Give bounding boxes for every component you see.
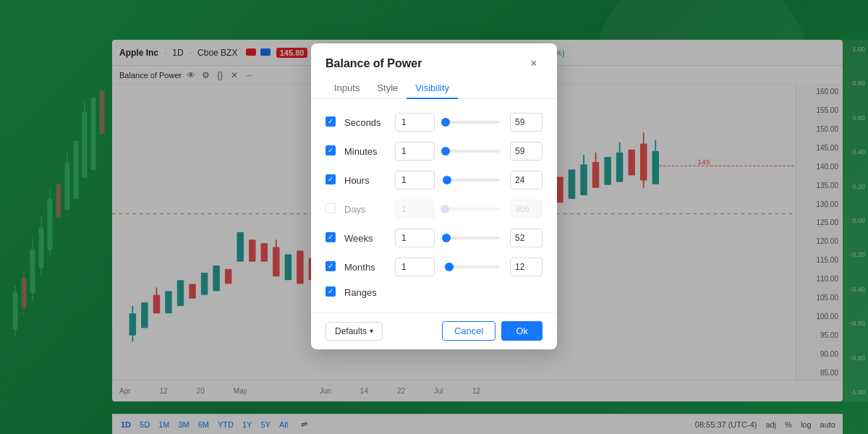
tab-visibility[interactable]: Visibility [407, 78, 458, 99]
seconds-row: ✓ Seconds [326, 108, 542, 137]
defaults-chevron-icon: ▾ [370, 327, 373, 335]
minutes-min-input[interactable] [395, 142, 435, 161]
hours-slider[interactable] [442, 171, 503, 190]
modal-title: Balance of Power [326, 57, 422, 70]
hours-min-input[interactable] [395, 171, 435, 190]
weeks-row: ✓ Weeks [326, 224, 542, 252]
tab-inputs[interactable]: Inputs [326, 78, 368, 99]
seconds-label: Seconds [344, 117, 388, 128]
months-min-input[interactable] [395, 258, 435, 276]
days-label: Days [344, 204, 388, 215]
seconds-max-input[interactable] [510, 113, 542, 132]
seconds-min-input[interactable] [395, 113, 435, 132]
modal-overlay: Balance of Power × Inputs Style Visibili… [0, 0, 868, 434]
minutes-label: Minutes [344, 146, 388, 157]
ok-button[interactable]: Ok [501, 321, 542, 341]
days-slider [442, 200, 503, 218]
modal-close-button[interactable]: × [525, 55, 542, 72]
months-label: Months [344, 262, 388, 273]
days-max-input[interactable] [510, 200, 542, 218]
months-max-input[interactable] [510, 258, 542, 276]
modal-footer: Defaults ▾ Cancel Ok [311, 312, 557, 349]
balance-of-power-modal: Balance of Power × Inputs Style Visibili… [311, 43, 557, 349]
weeks-max-input[interactable] [510, 229, 542, 247]
modal-body: ✓ Seconds ✓ Minutes [311, 99, 557, 312]
minutes-max-input[interactable] [510, 142, 542, 161]
footer-actions: Cancel Ok [442, 321, 542, 341]
hours-label: Hours [344, 175, 388, 186]
minutes-slider[interactable] [442, 142, 503, 161]
defaults-button[interactable]: Defaults ▾ [326, 322, 383, 341]
seconds-checkbox[interactable]: ✓ [326, 116, 337, 128]
defaults-label: Defaults [335, 326, 367, 336]
months-checkbox[interactable]: ✓ [326, 261, 337, 273]
months-row: ✓ Months [326, 252, 542, 281]
weeks-slider[interactable] [442, 229, 503, 247]
cancel-button[interactable]: Cancel [442, 321, 495, 341]
hours-checkbox[interactable]: ✓ [326, 174, 337, 186]
modal-tabs: Inputs Style Visibility [311, 72, 557, 99]
seconds-slider[interactable] [442, 113, 503, 132]
modal-header: Balance of Power × [311, 43, 557, 72]
days-checkbox[interactable] [326, 203, 337, 215]
minutes-checkbox[interactable]: ✓ [326, 145, 337, 157]
weeks-min-input[interactable] [395, 229, 435, 247]
tab-style[interactable]: Style [368, 78, 407, 99]
minutes-row: ✓ Minutes [326, 137, 542, 166]
ranges-label: Ranges [344, 287, 388, 298]
hours-row: ✓ Hours [326, 166, 542, 195]
weeks-label: Weeks [344, 233, 388, 244]
days-row: Days [326, 195, 542, 224]
months-slider[interactable] [442, 258, 503, 276]
ranges-checkbox[interactable]: ✓ [326, 286, 337, 298]
hours-max-input[interactable] [510, 171, 542, 190]
days-min-input[interactable] [395, 200, 435, 218]
ranges-row: ✓ Ranges [326, 281, 542, 303]
weeks-checkbox[interactable]: ✓ [326, 232, 337, 244]
